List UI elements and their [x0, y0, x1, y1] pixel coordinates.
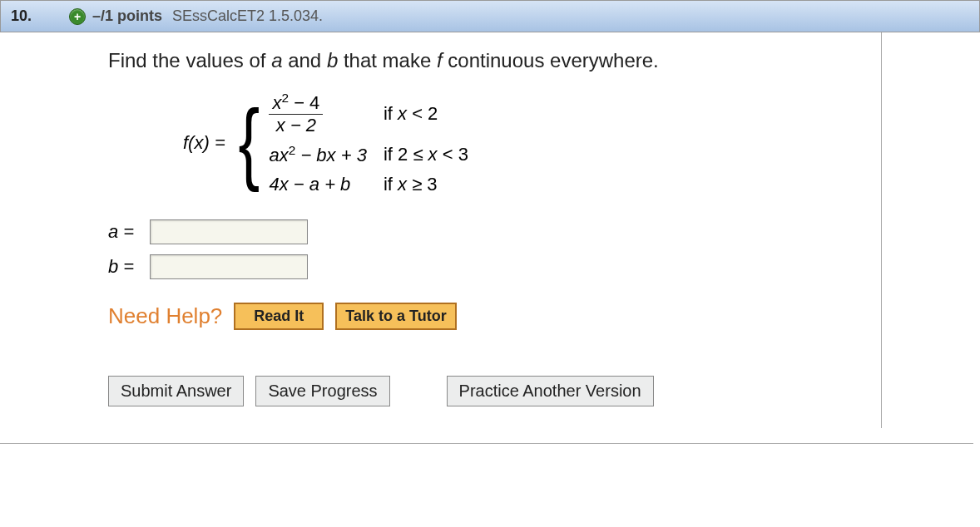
fx-label: f(x) = [183, 132, 225, 153]
need-help-row: Need Help? Read It Talk to a Tutor [108, 303, 856, 330]
practice-another-button[interactable]: Practice Another Version [447, 376, 654, 406]
answer-a-label: a = [108, 221, 134, 242]
math-text: if 2 ≤ [384, 144, 428, 165]
prompt-text: continuous everywhere. [443, 49, 659, 71]
case-1-cond: if x < 2 [384, 87, 468, 140]
case-2-cond: if 2 ≤ x < 3 [384, 140, 468, 170]
math-text: ≥ 3 [407, 174, 438, 195]
need-help-label: Need Help? [108, 303, 222, 329]
question-id: SEssCalcET2 1.5.034. [172, 7, 323, 25]
save-progress-button[interactable]: Save Progress [255, 376, 389, 406]
math-text: if [384, 103, 398, 124]
answer-b-label: b = [108, 256, 134, 277]
case-3-expr: 4x − a + b [269, 170, 383, 199]
read-it-button[interactable]: Read It [234, 303, 324, 330]
math-text: < 3 [438, 144, 468, 165]
math-text: − 4 [289, 92, 319, 113]
answer-a-input[interactable] [150, 219, 308, 244]
prompt-text: that make [338, 49, 437, 71]
math-text: 2 [289, 143, 296, 157]
math-text: x [398, 174, 407, 195]
var-b: b [327, 49, 338, 71]
var-f: f [437, 49, 443, 71]
question-content: Find the values of a and b that make f c… [92, 32, 882, 428]
question-number: 10. [11, 7, 69, 25]
math-text: < 2 [407, 103, 438, 124]
answer-b-row: b = [108, 254, 856, 279]
plus-icon[interactable]: + [69, 8, 86, 25]
math-text: x [398, 103, 407, 124]
prompt-text: and [282, 49, 326, 71]
math-text: 2 [281, 91, 289, 105]
case-2-expr: ax2 − bx + 3 [269, 140, 383, 170]
math-text: x − 2 [276, 115, 316, 135]
math-text: ax [269, 145, 288, 166]
points-text: –/1 points [92, 7, 162, 25]
math-text: x [428, 144, 438, 165]
piecewise-function: f(x) = { x2 − 4 x − 2 if x < 2 ax2 − bx … [183, 87, 856, 199]
divider [0, 443, 973, 444]
submit-answer-button[interactable]: Submit Answer [108, 376, 244, 406]
action-row: Submit Answer Save Progress Practice Ano… [108, 376, 856, 420]
math-text: − bx + 3 [295, 145, 367, 166]
math-text: if [384, 174, 398, 195]
var-a: a [271, 49, 282, 71]
question-header: 10. + –/1 points SEssCalcET2 1.5.034. [0, 0, 980, 32]
prompt-text: Find the values of [108, 49, 271, 71]
answer-b-input[interactable] [150, 254, 308, 279]
math-text: x [272, 92, 281, 113]
case-3-cond: if x ≥ 3 [384, 170, 468, 199]
question-prompt: Find the values of a and b that make f c… [108, 49, 856, 72]
math-text: 4x − a + b [269, 174, 350, 195]
answer-a-row: a = [108, 219, 856, 244]
case-1-expr: x2 − 4 x − 2 [269, 87, 383, 140]
talk-to-tutor-button[interactable]: Talk to a Tutor [335, 303, 456, 330]
